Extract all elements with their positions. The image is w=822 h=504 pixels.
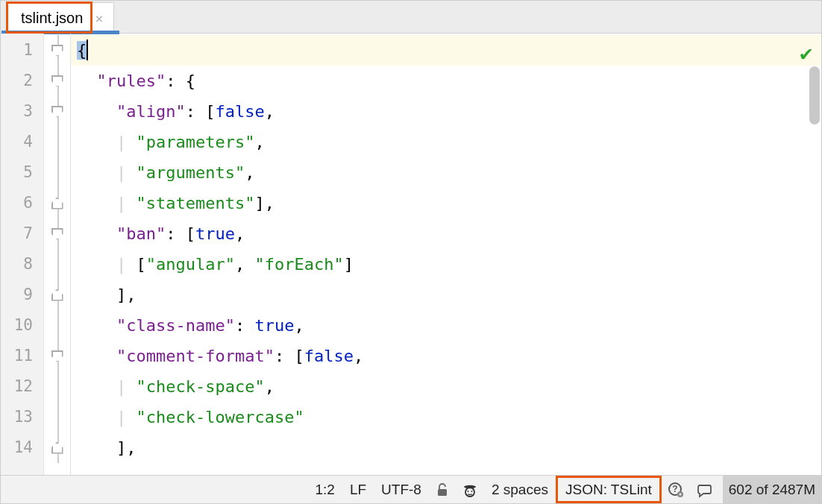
fold-gutter bbox=[44, 34, 71, 475]
scrollbar-thumb[interactable] bbox=[809, 66, 820, 125]
file-encoding[interactable]: UTF-8 bbox=[374, 476, 429, 503]
code-area[interactable]: ✔ { "rules": { "align": [false, | "param… bbox=[71, 34, 821, 475]
svg-point-3 bbox=[467, 491, 468, 492]
tab-tslint-json[interactable]: tslint.json × bbox=[7, 2, 114, 34]
fold-marker-icon[interactable] bbox=[51, 75, 63, 87]
svg-point-4 bbox=[471, 491, 472, 492]
line-number[interactable]: 9 bbox=[1, 280, 43, 310]
tab-bar: tslint.json × bbox=[1, 1, 821, 34]
line-number-gutter: 1234567891011121314 bbox=[1, 34, 44, 475]
line-number[interactable]: 3 bbox=[1, 96, 43, 127]
line-number[interactable]: 11 bbox=[1, 341, 43, 371]
close-icon[interactable]: × bbox=[89, 10, 106, 26]
fold-gutter-line bbox=[44, 310, 70, 341]
fold-marker-icon[interactable] bbox=[51, 45, 63, 57]
line-number[interactable]: 5 bbox=[1, 157, 43, 188]
code-line[interactable]: | "statements"], bbox=[71, 188, 821, 218]
caret-position[interactable]: 1:2 bbox=[308, 476, 342, 503]
indent-setting[interactable]: 2 spaces bbox=[484, 476, 556, 503]
line-number[interactable]: 7 bbox=[1, 218, 43, 249]
fold-gutter-line bbox=[44, 402, 70, 432]
line-ending[interactable]: LF bbox=[342, 476, 374, 503]
fold-gutter-line bbox=[44, 341, 70, 371]
code-line[interactable]: { bbox=[71, 35, 821, 66]
fold-gutter-line bbox=[44, 96, 70, 127]
code-line[interactable]: "comment-format": [false, bbox=[71, 341, 821, 371]
fold-gutter-line bbox=[44, 280, 70, 310]
fold-marker-icon[interactable] bbox=[51, 198, 63, 210]
memory-indicator[interactable]: 602 of 2487M bbox=[723, 476, 821, 503]
fold-marker-icon[interactable] bbox=[51, 289, 63, 301]
code-line[interactable]: ], bbox=[71, 432, 821, 463]
code-line[interactable]: | ["angular", "forEach"] bbox=[71, 249, 821, 280]
code-line[interactable]: | "arguments", bbox=[71, 157, 821, 188]
code-line[interactable]: ], bbox=[71, 280, 821, 310]
fold-marker-icon[interactable] bbox=[51, 106, 63, 118]
fold-gutter-line bbox=[44, 35, 70, 66]
file-type[interactable]: JSON: TSLint bbox=[556, 476, 662, 503]
code-line[interactable]: "align": [false, bbox=[71, 96, 821, 127]
fold-marker-icon[interactable] bbox=[51, 442, 63, 454]
code-line[interactable]: | "parameters", bbox=[71, 127, 821, 157]
help-settings-icon[interactable]: ? bbox=[662, 476, 690, 503]
code-line[interactable]: "class-name": true, bbox=[71, 310, 821, 341]
line-number[interactable]: 6 bbox=[1, 188, 43, 218]
svg-text:?: ? bbox=[672, 484, 677, 494]
fold-marker-icon[interactable] bbox=[51, 350, 63, 362]
fold-gutter-line bbox=[44, 66, 70, 96]
svg-point-8 bbox=[679, 493, 681, 495]
fold-gutter-line bbox=[44, 127, 70, 157]
fold-gutter-line bbox=[44, 249, 70, 280]
line-number[interactable]: 1 bbox=[1, 35, 43, 66]
fold-gutter-line bbox=[44, 188, 70, 218]
line-number[interactable]: 2 bbox=[1, 66, 43, 96]
fold-gutter-line bbox=[44, 157, 70, 188]
fold-gutter-line bbox=[44, 218, 70, 249]
code-line[interactable]: | "check-lowercase" bbox=[71, 402, 821, 432]
line-number[interactable]: 8 bbox=[1, 249, 43, 280]
editor: 1234567891011121314 ✔ { "rules": { "alig… bbox=[1, 34, 821, 475]
line-number[interactable]: 13 bbox=[1, 402, 43, 432]
inspector-icon[interactable] bbox=[456, 476, 484, 503]
inspection-ok-icon[interactable]: ✔ bbox=[800, 38, 812, 69]
fold-gutter-line bbox=[44, 432, 70, 463]
fold-gutter-line bbox=[44, 371, 70, 402]
status-bar: 1:2 LF UTF-8 2 spaces JSON: TSLint ? 602… bbox=[1, 475, 821, 503]
code-line[interactable]: "ban": [true, bbox=[71, 218, 821, 249]
notification-icon[interactable] bbox=[690, 476, 718, 503]
lock-icon[interactable] bbox=[429, 476, 456, 503]
code-line[interactable]: | "check-space", bbox=[71, 371, 821, 402]
line-number[interactable]: 12 bbox=[1, 371, 43, 402]
svg-rect-0 bbox=[438, 489, 447, 496]
line-number[interactable]: 14 bbox=[1, 432, 43, 463]
line-number[interactable]: 4 bbox=[1, 127, 43, 157]
line-number[interactable]: 10 bbox=[1, 310, 43, 341]
code-line[interactable]: "rules": { bbox=[71, 66, 821, 96]
tab-name: tslint.json bbox=[15, 10, 89, 27]
fold-marker-icon[interactable] bbox=[51, 228, 63, 240]
